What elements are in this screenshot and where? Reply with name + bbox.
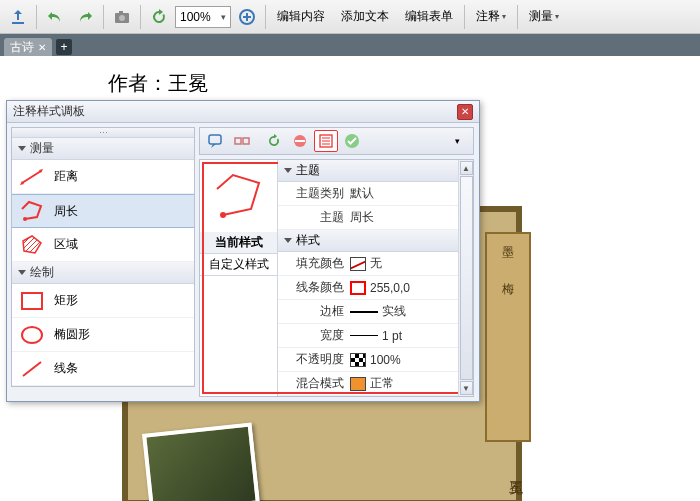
tab-label: 古诗 xyxy=(10,39,34,56)
camera-icon xyxy=(113,8,131,26)
separator xyxy=(103,5,104,29)
triangle-down-icon xyxy=(18,146,26,151)
no-entry-icon xyxy=(292,133,308,149)
checker-swatch-icon xyxy=(350,353,366,367)
separator xyxy=(517,5,518,29)
section-style[interactable]: 样式 xyxy=(278,230,458,252)
distance-icon xyxy=(18,164,46,190)
chevron-down-icon: ▾ xyxy=(502,12,506,21)
undo-button[interactable] xyxy=(41,3,69,31)
style-preview xyxy=(200,160,277,232)
row-fill-color[interactable]: 填充颜色 无 xyxy=(278,252,458,276)
properties-button[interactable] xyxy=(314,130,338,152)
panel-close-button[interactable]: ✕ xyxy=(457,104,473,120)
export-button[interactable] xyxy=(4,3,32,31)
style-editor: 当前样式 自定义样式 主题 主题类别 默认 主题 xyxy=(199,159,474,397)
add-text-menu[interactable]: 添加文本 xyxy=(334,3,396,31)
perimeter-icon xyxy=(18,198,46,224)
category-draw[interactable]: 绘制 xyxy=(12,262,194,284)
annotate-menu[interactable]: 注释▾ xyxy=(469,3,513,31)
row-width[interactable]: 宽度 1 pt xyxy=(278,324,458,348)
section-theme[interactable]: 主题 xyxy=(278,160,458,182)
check-circle-icon xyxy=(344,133,360,149)
area-icon xyxy=(18,232,46,258)
author-text: 作者：王冕 xyxy=(108,70,208,97)
tab-current-style[interactable]: 当前样式 xyxy=(200,232,277,254)
add-tab-button[interactable]: + xyxy=(56,39,72,55)
row-theme-class[interactable]: 主题类别 默认 xyxy=(278,182,458,206)
scrollbar[interactable]: ▲ ▼ xyxy=(458,160,473,396)
row-border[interactable]: 边框 实线 xyxy=(278,300,458,324)
row-theme[interactable]: 主题 周长 xyxy=(278,206,458,230)
svg-point-17 xyxy=(220,212,226,218)
row-line-color[interactable]: 线条颜色 255,0,0 xyxy=(278,276,458,300)
grip-handle[interactable]: ⋯ xyxy=(12,128,194,138)
item-distance[interactable]: 距离 xyxy=(12,160,194,194)
orange-swatch-icon xyxy=(350,377,366,391)
title-plaque: 墨 梅 xyxy=(485,232,531,442)
category-list: ⋯ 测量 距离 周长 区域 绘制 xyxy=(11,127,195,387)
annotation-style-panel: 注释样式调板 ✕ ⋯ 测量 距离 周长 xyxy=(6,100,480,402)
close-icon[interactable]: ✕ xyxy=(38,42,46,53)
svg-rect-2 xyxy=(119,11,123,14)
scroll-up-button[interactable]: ▲ xyxy=(460,161,473,175)
svg-rect-14 xyxy=(295,140,305,142)
zoom-control: 100% ▾ xyxy=(175,3,261,31)
triangle-down-icon xyxy=(18,270,26,275)
svg-line-9 xyxy=(23,362,41,376)
panel-titlebar[interactable]: 注释样式调板 ✕ xyxy=(7,101,479,123)
separator xyxy=(140,5,141,29)
svg-rect-7 xyxy=(22,293,42,309)
main-toolbar: 100% ▾ 编辑内容 添加文本 编辑表单 注释▾ 测量▾ xyxy=(0,0,700,34)
item-perimeter[interactable]: 周长 xyxy=(12,194,194,228)
link-icon xyxy=(234,133,250,149)
solid-line-icon xyxy=(350,311,378,313)
item-ellipse[interactable]: 椭圆形 xyxy=(12,318,194,352)
rectangle-icon xyxy=(18,288,46,314)
panel-title-text: 注释样式调板 xyxy=(13,103,85,120)
separator xyxy=(265,5,266,29)
rotate-icon xyxy=(150,8,168,26)
scroll-down-button[interactable]: ▼ xyxy=(460,381,473,395)
zoom-field[interactable]: 100% ▾ xyxy=(175,6,231,28)
delete-button[interactable] xyxy=(288,130,312,152)
triangle-down-icon xyxy=(284,238,292,243)
item-line[interactable]: 线条 xyxy=(12,352,194,386)
redo-button[interactable] xyxy=(71,3,99,31)
perimeter-preview-icon xyxy=(209,169,269,223)
confirm-button[interactable] xyxy=(340,130,364,152)
property-list: 主题 主题类别 默认 主题 周长 样式 填充颜色 xyxy=(278,160,473,396)
tab-custom-style[interactable]: 自定义样式 xyxy=(200,254,277,276)
row-opacity[interactable]: 不透明度 100% xyxy=(278,348,458,372)
svg-marker-6 xyxy=(23,236,41,253)
chevron-down-icon: ▾ xyxy=(455,136,460,146)
edit-form-menu[interactable]: 编辑表单 xyxy=(398,3,460,31)
link-style-button[interactable] xyxy=(230,130,254,152)
rotate-button[interactable] xyxy=(145,3,173,31)
decorative-photo xyxy=(142,422,260,501)
triangle-down-icon xyxy=(284,168,292,173)
tab-strip: 古诗 ✕ + xyxy=(0,34,700,56)
line-icon xyxy=(18,356,46,382)
item-rectangle[interactable]: 矩形 xyxy=(12,284,194,318)
panel-menu-button[interactable]: ▾ xyxy=(445,130,469,152)
measure-menu[interactable]: 测量▾ xyxy=(522,3,566,31)
svg-point-8 xyxy=(22,327,42,343)
undo-icon xyxy=(46,8,64,26)
item-area[interactable]: 区域 xyxy=(12,228,194,262)
red-swatch-icon xyxy=(350,281,366,295)
scroll-thumb[interactable] xyxy=(460,176,473,380)
zoom-in-button[interactable] xyxy=(233,3,261,31)
document-tab[interactable]: 古诗 ✕ xyxy=(4,38,52,56)
edit-content-menu[interactable]: 编辑内容 xyxy=(270,3,332,31)
panel-toolbar: ▾ xyxy=(199,127,474,155)
refresh-button[interactable] xyxy=(262,130,286,152)
redo-icon xyxy=(76,8,94,26)
svg-line-4 xyxy=(22,171,41,183)
apply-style-button[interactable] xyxy=(204,130,228,152)
category-measure[interactable]: 测量 xyxy=(12,138,194,160)
snapshot-button[interactable] xyxy=(108,3,136,31)
row-blend-mode[interactable]: 混合模式 正常 xyxy=(278,372,458,396)
document-area: 作者：王冕 墨 梅 王冕 注释样式调板 ✕ ⋯ 测量 距离 xyxy=(0,56,700,501)
plus-circle-icon xyxy=(238,8,256,26)
